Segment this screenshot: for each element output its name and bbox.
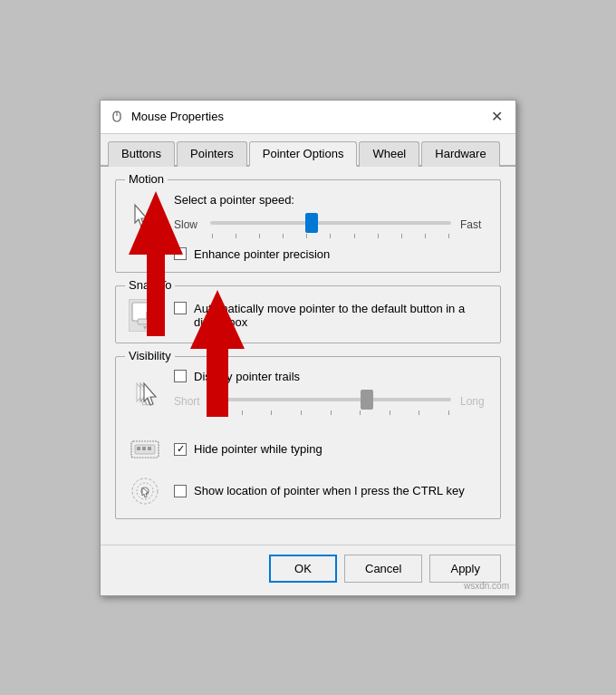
snap-to-controls: Automatically move pointer to the defaul… bbox=[174, 302, 487, 329]
svg-rect-16 bbox=[137, 447, 140, 450]
show-location-checkbox[interactable] bbox=[174, 485, 187, 497]
svg-rect-18 bbox=[148, 447, 151, 450]
speed-slider-row: Slow bbox=[174, 212, 487, 238]
show-location-controls: Show location of pointer when I press th… bbox=[174, 484, 487, 497]
tick bbox=[283, 234, 284, 238]
short-label: Short bbox=[174, 395, 201, 408]
snap-to-description: Automatically move pointer to the defaul… bbox=[194, 302, 487, 329]
trails-slider-track bbox=[210, 398, 451, 401]
trails-slider-row: Short bbox=[174, 389, 487, 415]
speed-slider-container bbox=[210, 212, 451, 238]
show-location-row: Show location of pointer when I press th… bbox=[129, 475, 487, 507]
enhance-precision-label: Enhance pointer precision bbox=[194, 247, 330, 261]
cancel-button[interactable]: Cancel bbox=[344, 555, 422, 583]
content-area: Motion Select a poi bbox=[101, 167, 515, 545]
speed-slider-thumb[interactable] bbox=[305, 213, 318, 233]
tick bbox=[419, 410, 419, 415]
cursor-motion-icon bbox=[129, 200, 161, 233]
motion-title: Motion bbox=[125, 172, 168, 186]
tick bbox=[331, 410, 332, 415]
titlebar: Mouse Properties ✕ bbox=[101, 101, 515, 134]
trails-slider-ticks bbox=[210, 410, 451, 415]
enhance-precision-row: Enhance pointer precision bbox=[174, 247, 487, 261]
display-trails-checkbox[interactable] bbox=[174, 370, 187, 382]
hide-typing-checkbox[interactable] bbox=[174, 443, 187, 456]
tick bbox=[330, 234, 331, 238]
snap-to-content: Automatically move pointer to the defaul… bbox=[129, 299, 487, 332]
tick bbox=[271, 410, 272, 415]
tick bbox=[448, 234, 449, 238]
show-location-icon bbox=[129, 475, 161, 507]
dialog-footer: OK Cancel Apply bbox=[101, 545, 515, 595]
tab-hardware[interactable]: Hardware bbox=[421, 141, 499, 167]
svg-marker-8 bbox=[143, 326, 147, 330]
svg-rect-6 bbox=[132, 303, 158, 321]
titlebar-left: Mouse Properties bbox=[110, 110, 224, 124]
speed-label: Select a pointer speed: bbox=[174, 193, 487, 207]
tick bbox=[259, 234, 260, 238]
tabs-bar: Buttons Pointers Pointer Options Wheel H… bbox=[101, 134, 515, 167]
ok-button[interactable]: OK bbox=[269, 555, 337, 583]
tick bbox=[401, 234, 402, 238]
snap-to-group: Snap To Automatically move point bbox=[115, 285, 501, 343]
tab-buttons[interactable]: Buttons bbox=[108, 141, 175, 167]
close-button[interactable]: ✕ bbox=[487, 108, 506, 126]
tab-wheel[interactable]: Wheel bbox=[359, 141, 419, 167]
fast-label: Fast bbox=[460, 218, 487, 231]
snap-icon bbox=[129, 299, 161, 332]
mouse-icon bbox=[110, 110, 124, 124]
motion-controls: Select a pointer speed: Slow bbox=[174, 193, 487, 261]
tab-pointer-options[interactable]: Pointer Options bbox=[249, 141, 358, 167]
tick bbox=[236, 234, 236, 238]
tick bbox=[360, 410, 361, 415]
slow-label: Slow bbox=[174, 218, 201, 231]
speed-slider-track bbox=[210, 221, 451, 225]
tick bbox=[378, 234, 379, 238]
display-trails-label: Display pointer trails bbox=[194, 370, 300, 383]
snap-to-title: Snap To bbox=[125, 278, 175, 292]
show-location-label: Show location of pointer when I press th… bbox=[194, 484, 465, 497]
display-trails-row: Display pointer trails Short bbox=[129, 366, 487, 424]
snap-to-checkbox[interactable] bbox=[174, 302, 187, 314]
visibility-group: Visibility Display pointer trails bbox=[115, 356, 501, 519]
trails-checkbox-row: Display pointer trails bbox=[174, 370, 487, 383]
enhance-precision-checkbox[interactable] bbox=[174, 247, 187, 260]
speed-slider-ticks bbox=[210, 234, 451, 238]
visibility-title: Visibility bbox=[125, 349, 175, 362]
tick bbox=[390, 410, 390, 415]
tab-pointers[interactable]: Pointers bbox=[177, 141, 247, 167]
watermark: wsxdn.com bbox=[464, 581, 509, 591]
trails-slider-container bbox=[210, 389, 451, 415]
trails-slider-thumb[interactable] bbox=[361, 390, 373, 410]
tick bbox=[425, 234, 426, 238]
trails-icon bbox=[129, 379, 161, 411]
svg-rect-17 bbox=[142, 447, 146, 450]
tick bbox=[212, 410, 213, 415]
apply-button[interactable]: Apply bbox=[429, 555, 501, 583]
tick bbox=[242, 410, 243, 415]
motion-group: Motion Select a poi bbox=[115, 179, 501, 273]
mouse-properties-dialog: Mouse Properties ✕ Buttons Pointers Poin… bbox=[100, 100, 516, 596]
tick bbox=[301, 410, 302, 415]
svg-marker-2 bbox=[135, 205, 147, 227]
motion-content: Select a pointer speed: Slow bbox=[129, 193, 487, 261]
tick bbox=[448, 410, 449, 415]
hide-typing-row: Hide pointer while typing bbox=[129, 433, 487, 466]
window-title: Mouse Properties bbox=[131, 110, 224, 123]
tick bbox=[306, 234, 307, 238]
tick bbox=[354, 234, 355, 238]
trails-controls: Display pointer trails Short bbox=[174, 366, 487, 424]
hide-typing-icon bbox=[129, 433, 161, 466]
hide-typing-label: Hide pointer while typing bbox=[194, 442, 322, 456]
tick bbox=[212, 234, 213, 238]
hide-typing-controls: Hide pointer while typing bbox=[174, 442, 322, 456]
long-label: Long bbox=[460, 395, 487, 408]
